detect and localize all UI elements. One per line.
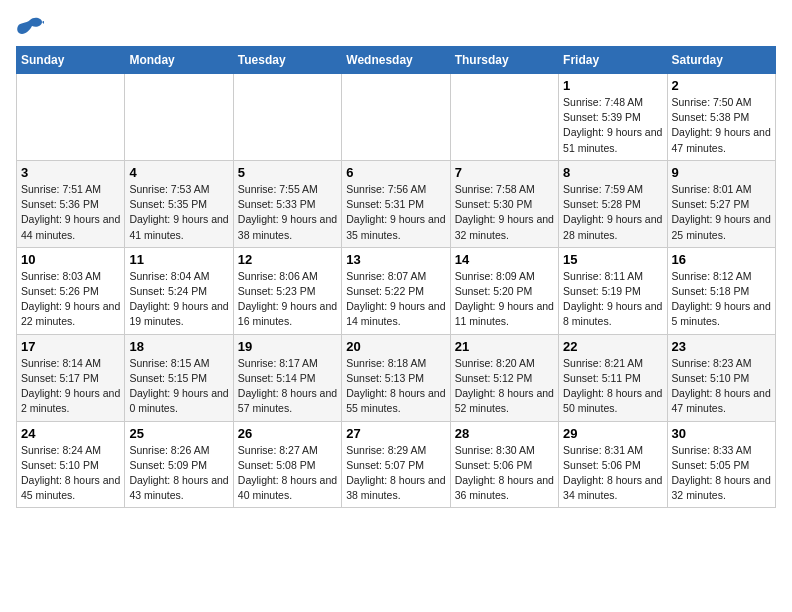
calendar-cell: 2Sunrise: 7:50 AM Sunset: 5:38 PM Daylig… (667, 74, 775, 161)
calendar-cell: 22Sunrise: 8:21 AM Sunset: 5:11 PM Dayli… (559, 334, 667, 421)
day-info: Sunrise: 8:11 AM Sunset: 5:19 PM Dayligh… (563, 269, 662, 330)
calendar-cell: 14Sunrise: 8:09 AM Sunset: 5:20 PM Dayli… (450, 247, 558, 334)
day-number: 24 (21, 426, 120, 441)
day-info: Sunrise: 8:17 AM Sunset: 5:14 PM Dayligh… (238, 356, 337, 417)
calendar-cell: 27Sunrise: 8:29 AM Sunset: 5:07 PM Dayli… (342, 421, 450, 508)
day-number: 25 (129, 426, 228, 441)
calendar-cell (17, 74, 125, 161)
calendar-cell (125, 74, 233, 161)
weekday-header-row: SundayMondayTuesdayWednesdayThursdayFrid… (17, 47, 776, 74)
calendar-cell: 12Sunrise: 8:06 AM Sunset: 5:23 PM Dayli… (233, 247, 341, 334)
calendar-cell: 16Sunrise: 8:12 AM Sunset: 5:18 PM Dayli… (667, 247, 775, 334)
calendar-cell: 13Sunrise: 8:07 AM Sunset: 5:22 PM Dayli… (342, 247, 450, 334)
weekday-header-wednesday: Wednesday (342, 47, 450, 74)
day-info: Sunrise: 8:15 AM Sunset: 5:15 PM Dayligh… (129, 356, 228, 417)
calendar-week-row: 3Sunrise: 7:51 AM Sunset: 5:36 PM Daylig… (17, 160, 776, 247)
day-number: 15 (563, 252, 662, 267)
calendar-cell: 24Sunrise: 8:24 AM Sunset: 5:10 PM Dayli… (17, 421, 125, 508)
day-info: Sunrise: 8:03 AM Sunset: 5:26 PM Dayligh… (21, 269, 120, 330)
day-info: Sunrise: 7:59 AM Sunset: 5:28 PM Dayligh… (563, 182, 662, 243)
day-number: 27 (346, 426, 445, 441)
weekday-header-friday: Friday (559, 47, 667, 74)
day-info: Sunrise: 8:31 AM Sunset: 5:06 PM Dayligh… (563, 443, 662, 504)
calendar-cell: 1Sunrise: 7:48 AM Sunset: 5:39 PM Daylig… (559, 74, 667, 161)
day-number: 7 (455, 165, 554, 180)
day-number: 9 (672, 165, 771, 180)
day-info: Sunrise: 8:23 AM Sunset: 5:10 PM Dayligh… (672, 356, 771, 417)
day-info: Sunrise: 8:29 AM Sunset: 5:07 PM Dayligh… (346, 443, 445, 504)
calendar-cell: 23Sunrise: 8:23 AM Sunset: 5:10 PM Dayli… (667, 334, 775, 421)
day-number: 11 (129, 252, 228, 267)
calendar-cell: 29Sunrise: 8:31 AM Sunset: 5:06 PM Dayli… (559, 421, 667, 508)
day-number: 21 (455, 339, 554, 354)
weekday-header-monday: Monday (125, 47, 233, 74)
day-info: Sunrise: 7:51 AM Sunset: 5:36 PM Dayligh… (21, 182, 120, 243)
day-number: 16 (672, 252, 771, 267)
day-info: Sunrise: 8:09 AM Sunset: 5:20 PM Dayligh… (455, 269, 554, 330)
day-info: Sunrise: 7:53 AM Sunset: 5:35 PM Dayligh… (129, 182, 228, 243)
day-info: Sunrise: 8:33 AM Sunset: 5:05 PM Dayligh… (672, 443, 771, 504)
calendar-cell (342, 74, 450, 161)
calendar-cell: 28Sunrise: 8:30 AM Sunset: 5:06 PM Dayli… (450, 421, 558, 508)
day-info: Sunrise: 8:06 AM Sunset: 5:23 PM Dayligh… (238, 269, 337, 330)
day-number: 30 (672, 426, 771, 441)
day-info: Sunrise: 8:24 AM Sunset: 5:10 PM Dayligh… (21, 443, 120, 504)
calendar-cell (450, 74, 558, 161)
day-info: Sunrise: 8:21 AM Sunset: 5:11 PM Dayligh… (563, 356, 662, 417)
calendar-cell: 20Sunrise: 8:18 AM Sunset: 5:13 PM Dayli… (342, 334, 450, 421)
day-number: 28 (455, 426, 554, 441)
day-number: 20 (346, 339, 445, 354)
day-number: 12 (238, 252, 337, 267)
day-info: Sunrise: 8:30 AM Sunset: 5:06 PM Dayligh… (455, 443, 554, 504)
calendar-table: SundayMondayTuesdayWednesdayThursdayFrid… (16, 46, 776, 508)
day-number: 1 (563, 78, 662, 93)
day-number: 8 (563, 165, 662, 180)
calendar-cell: 19Sunrise: 8:17 AM Sunset: 5:14 PM Dayli… (233, 334, 341, 421)
day-number: 13 (346, 252, 445, 267)
calendar-cell: 10Sunrise: 8:03 AM Sunset: 5:26 PM Dayli… (17, 247, 125, 334)
day-number: 10 (21, 252, 120, 267)
weekday-header-thursday: Thursday (450, 47, 558, 74)
day-number: 29 (563, 426, 662, 441)
calendar-week-row: 17Sunrise: 8:14 AM Sunset: 5:17 PM Dayli… (17, 334, 776, 421)
day-info: Sunrise: 8:04 AM Sunset: 5:24 PM Dayligh… (129, 269, 228, 330)
day-info: Sunrise: 8:18 AM Sunset: 5:13 PM Dayligh… (346, 356, 445, 417)
day-number: 18 (129, 339, 228, 354)
day-number: 3 (21, 165, 120, 180)
calendar-cell: 25Sunrise: 8:26 AM Sunset: 5:09 PM Dayli… (125, 421, 233, 508)
day-info: Sunrise: 8:27 AM Sunset: 5:08 PM Dayligh… (238, 443, 337, 504)
day-info: Sunrise: 7:58 AM Sunset: 5:30 PM Dayligh… (455, 182, 554, 243)
calendar-cell (233, 74, 341, 161)
day-number: 5 (238, 165, 337, 180)
page-header (16, 16, 776, 38)
day-number: 22 (563, 339, 662, 354)
day-number: 23 (672, 339, 771, 354)
day-info: Sunrise: 7:55 AM Sunset: 5:33 PM Dayligh… (238, 182, 337, 243)
day-info: Sunrise: 8:14 AM Sunset: 5:17 PM Dayligh… (21, 356, 120, 417)
logo-bird-icon (16, 16, 44, 38)
calendar-cell: 5Sunrise: 7:55 AM Sunset: 5:33 PM Daylig… (233, 160, 341, 247)
calendar-cell: 15Sunrise: 8:11 AM Sunset: 5:19 PM Dayli… (559, 247, 667, 334)
day-info: Sunrise: 8:07 AM Sunset: 5:22 PM Dayligh… (346, 269, 445, 330)
logo (16, 16, 48, 38)
calendar-week-row: 1Sunrise: 7:48 AM Sunset: 5:39 PM Daylig… (17, 74, 776, 161)
day-number: 17 (21, 339, 120, 354)
day-info: Sunrise: 7:48 AM Sunset: 5:39 PM Dayligh… (563, 95, 662, 156)
weekday-header-saturday: Saturday (667, 47, 775, 74)
weekday-header-sunday: Sunday (17, 47, 125, 74)
day-info: Sunrise: 7:56 AM Sunset: 5:31 PM Dayligh… (346, 182, 445, 243)
calendar-cell: 21Sunrise: 8:20 AM Sunset: 5:12 PM Dayli… (450, 334, 558, 421)
calendar-cell: 18Sunrise: 8:15 AM Sunset: 5:15 PM Dayli… (125, 334, 233, 421)
calendar-cell: 8Sunrise: 7:59 AM Sunset: 5:28 PM Daylig… (559, 160, 667, 247)
day-number: 26 (238, 426, 337, 441)
day-info: Sunrise: 8:20 AM Sunset: 5:12 PM Dayligh… (455, 356, 554, 417)
day-info: Sunrise: 8:12 AM Sunset: 5:18 PM Dayligh… (672, 269, 771, 330)
calendar-week-row: 24Sunrise: 8:24 AM Sunset: 5:10 PM Dayli… (17, 421, 776, 508)
calendar-cell: 6Sunrise: 7:56 AM Sunset: 5:31 PM Daylig… (342, 160, 450, 247)
day-number: 2 (672, 78, 771, 93)
calendar-cell: 7Sunrise: 7:58 AM Sunset: 5:30 PM Daylig… (450, 160, 558, 247)
calendar-cell: 3Sunrise: 7:51 AM Sunset: 5:36 PM Daylig… (17, 160, 125, 247)
day-info: Sunrise: 7:50 AM Sunset: 5:38 PM Dayligh… (672, 95, 771, 156)
day-number: 6 (346, 165, 445, 180)
day-info: Sunrise: 8:26 AM Sunset: 5:09 PM Dayligh… (129, 443, 228, 504)
